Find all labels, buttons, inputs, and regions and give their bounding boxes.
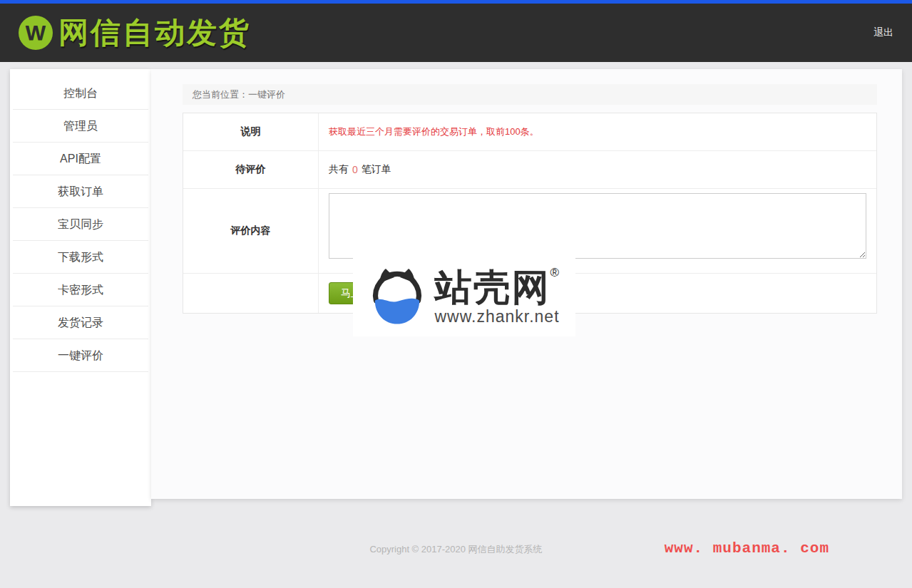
mubanma-watermark: www. mubanma. com [665,540,829,557]
main-content: 您当前位置：一键评价 说明 获取最近三个月需要评价的交易订单，取前100条。 待… [151,69,902,499]
page-body: 控制台 管理员 API配置 获取订单 宝贝同步 下载形式 卡密形式 发货记录 一… [10,69,902,506]
description-note: 获取最近三个月需要评价的交易订单，取前100条。 [329,125,539,138]
sidebar-item-ship-records[interactable]: 发货记录 [13,306,148,339]
watermark-url: www.zhankr.net [434,307,559,326]
sidebar-item-console[interactable]: 控制台 [13,77,148,110]
sidebar-item-api-config[interactable]: API配置 [13,143,148,175]
cat-logo-icon [369,264,426,330]
header: W 网信自动发货 退出 [0,4,912,62]
pending-suffix: 笔订单 [362,163,391,176]
pending-prefix: 共有 [329,163,349,176]
sidebar-item-card-type[interactable]: 卡密形式 [13,274,148,306]
app-logo: W 网信自动发货 [19,13,251,53]
app-title: 网信自动发货 [58,13,251,53]
sidebar-item-download-type[interactable]: 下载形式 [13,241,148,274]
watermark-brand: 站壳网 [434,269,550,306]
pending-count: 0 [349,164,362,175]
row-label-empty [183,274,319,313]
logout-link[interactable]: 退出 [873,26,893,39]
sidebar-nav: 控制台 管理员 API配置 获取订单 宝贝同步 下载形式 卡密形式 发货记录 一… [10,69,151,506]
zhankr-watermark: 站壳网 ® www.zhankr.net [353,258,575,336]
logo-circle-icon: W [19,16,53,50]
sidebar-item-get-orders[interactable]: 获取订单 [13,175,148,208]
sidebar-item-onekey-review[interactable]: 一键评价 [13,339,148,372]
row-label-review-content: 评价内容 [183,189,319,273]
registered-trademark-icon: ® [550,266,559,280]
review-content-textarea[interactable] [329,193,866,259]
table-row: 待评价 共有 0 笔订单 [183,151,876,189]
row-label-pending: 待评价 [183,151,319,188]
breadcrumb: 您当前位置：一键评价 [183,84,877,105]
table-row: 说明 获取最近三个月需要评价的交易订单，取前100条。 [183,113,876,151]
sidebar-item-item-sync[interactable]: 宝贝同步 [13,208,148,241]
row-label-description: 说明 [183,113,319,150]
sidebar-item-admin[interactable]: 管理员 [13,110,148,143]
